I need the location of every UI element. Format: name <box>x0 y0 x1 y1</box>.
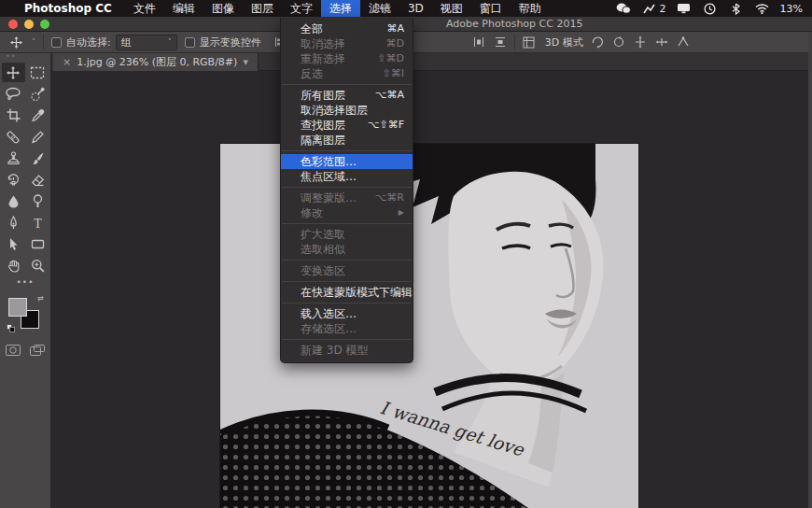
menu-item[interactable]: 所有图层⌥⌘A <box>281 88 413 103</box>
menu-separator <box>282 84 412 85</box>
marquee-icon <box>30 66 45 79</box>
menu-item[interactable]: 载入选区… <box>281 306 413 321</box>
input-source-count: 2 <box>660 3 666 15</box>
clone-stamp-tool[interactable] <box>2 148 25 168</box>
document-tab[interactable]: × 1.jpg @ 236% (图层 0, RGB/8#) ▼ <box>53 53 259 71</box>
show-transform-checkbox[interactable] <box>185 37 195 48</box>
panel-grip[interactable]: •• <box>0 53 50 61</box>
app-menu-title[interactable]: Photoshop CC <box>24 2 112 15</box>
menubar-item-窗口[interactable]: 窗口 <box>471 0 511 17</box>
move-tool-preset-icon[interactable] <box>7 34 24 50</box>
eraser-tool[interactable] <box>26 170 49 190</box>
pencil-tool[interactable] <box>26 127 49 147</box>
chevron-down-icon: ˅ <box>168 38 172 47</box>
3d-roll-icon[interactable] <box>611 35 626 49</box>
foreground-color-swatch[interactable] <box>8 298 27 317</box>
show-transform-group: 显示变换控件 <box>185 35 261 49</box>
menu-item[interactable]: 焦点区域… <box>281 169 413 184</box>
menu-item[interactable]: 隔离图层 <box>281 133 413 148</box>
distribute-h-icon[interactable] <box>471 35 486 49</box>
zoom-tool[interactable] <box>26 256 49 275</box>
menu-item: 存储选区… <box>281 321 413 336</box>
bluetooth-icon[interactable] <box>728 0 745 17</box>
pen-icon <box>7 216 20 230</box>
dodge-tool[interactable] <box>26 191 49 211</box>
3d-zoom-icon[interactable] <box>676 35 691 49</box>
menubar-item-选择[interactable]: 选择 <box>321 0 360 17</box>
minimize-window-button[interactable] <box>24 20 34 29</box>
menubar-item-文字[interactable]: 文字 <box>282 0 321 17</box>
dodge-icon <box>32 194 44 208</box>
menu-item: 变换选区 <box>281 263 413 278</box>
healing-brush-tool[interactable] <box>2 127 25 147</box>
input-source-icon[interactable] <box>641 0 658 17</box>
menubar-status: 2 13% <box>615 0 812 17</box>
menubar-item-图层[interactable]: 图层 <box>243 0 282 17</box>
type-tool[interactable]: T <box>26 213 49 233</box>
select-menu: 全部⌘A取消选择⌘D重新选择⇧⌘D反选⇧⌘I所有图层⌥⌘A取消选择图层查找图层⌥… <box>280 18 413 363</box>
zoom-window-button[interactable] <box>40 20 49 29</box>
menubar-item-滤镜[interactable]: 滤镜 <box>360 0 399 17</box>
auto-select-checkbox[interactable] <box>51 37 62 48</box>
quick-select-tool[interactable] <box>26 84 49 104</box>
document-tab-label: 1.jpg @ 236% (图层 0, RGB/8#) <box>77 55 237 69</box>
display-icon[interactable] <box>676 0 693 17</box>
menu-separator <box>282 150 412 151</box>
3d-pan-icon[interactable] <box>633 35 648 49</box>
align-panel-icon[interactable] <box>522 35 537 49</box>
close-window-button[interactable] <box>8 20 18 29</box>
brush-tool[interactable] <box>26 148 49 168</box>
menubar-item-编辑[interactable]: 编辑 <box>164 0 203 17</box>
eyedropper-tool[interactable] <box>26 106 49 125</box>
show-transform-label: 显示变换控件 <box>200 35 261 49</box>
auto-select-dropdown[interactable]: 组˅ <box>116 35 177 50</box>
menu-item[interactable]: 取消选择图层 <box>281 103 413 118</box>
time-machine-icon[interactable] <box>702 0 719 17</box>
move-icon <box>6 65 21 80</box>
screen-mode-button[interactable] <box>30 343 45 358</box>
marquee-tool[interactable] <box>26 63 49 82</box>
menu-item[interactable]: 查找图层⌥⇧⌘F <box>281 118 413 133</box>
blur-tool[interactable] <box>2 191 25 211</box>
crop-icon <box>7 108 21 122</box>
crop-tool[interactable] <box>2 106 25 125</box>
menubar-item-视图[interactable]: 视图 <box>432 0 471 17</box>
shape-tool[interactable] <box>26 234 49 254</box>
3d-slide-icon[interactable] <box>654 35 669 49</box>
brush-icon <box>31 151 45 165</box>
menubar-item-帮助[interactable]: 帮助 <box>511 0 550 17</box>
wechat-icon[interactable] <box>615 0 632 17</box>
menu-item[interactable]: 色彩范围… <box>281 154 413 169</box>
blur-icon <box>7 194 20 208</box>
menu-item[interactable]: 在快速蒙版模式下编辑 <box>281 285 413 300</box>
menu-item[interactable]: 全部⌘A <box>281 21 413 36</box>
menu-separator <box>282 281 412 282</box>
menubar-item-图像[interactable]: 图像 <box>203 0 243 17</box>
default-colors-icon[interactable] <box>7 324 16 333</box>
hand-tool[interactable] <box>2 256 25 275</box>
pen-tool[interactable] <box>2 213 25 233</box>
menu-separator <box>282 339 412 340</box>
battery-percent: 13% <box>780 3 803 15</box>
swap-colors-icon[interactable]: ⇄ <box>37 294 44 303</box>
auto-select-label: 自动选择: <box>66 35 111 49</box>
healing-icon <box>6 130 21 145</box>
distribute-v-icon[interactable] <box>493 35 508 49</box>
wifi-icon[interactable] <box>754 0 771 17</box>
tools-grid: T <box>0 63 50 275</box>
3d-orbit-icon[interactable] <box>590 35 605 49</box>
history-brush-tool[interactable] <box>2 170 25 190</box>
menu-item: 修改▶ <box>281 205 413 220</box>
edit-toolbar-ellipsis[interactable]: ••• <box>0 277 50 287</box>
path-select-tool[interactable] <box>2 234 25 254</box>
menubar-item-文件[interactable]: 文件 <box>125 0 164 17</box>
menubar-item-3D[interactable]: 3D <box>399 0 432 17</box>
move-tool[interactable] <box>2 63 25 82</box>
quick-mask-mode-button[interactable] <box>6 343 21 358</box>
menu-separator <box>282 187 412 188</box>
tool-panel: •• T ••• ⇄ <box>0 53 51 508</box>
menu-item: 调整蒙版…⌥⌘R <box>281 190 413 205</box>
tool-preset-chevron-icon[interactable]: ˅ <box>32 38 35 47</box>
lasso-tool[interactable] <box>2 84 25 104</box>
tab-close-icon[interactable]: × <box>63 56 71 68</box>
